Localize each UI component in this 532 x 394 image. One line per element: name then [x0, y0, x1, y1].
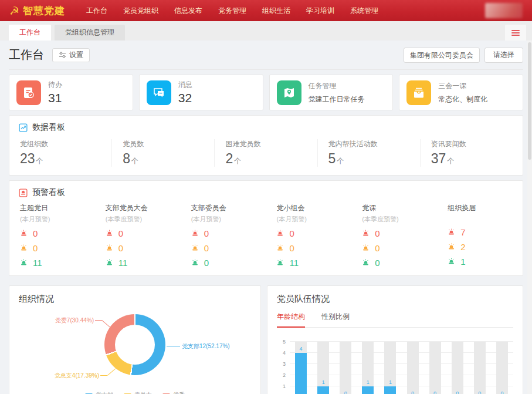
- warning-board-panel: 预警看板 主题党日(本月预警) 0 0 11支部党员大会(本季度预警) 0 0 …: [9, 180, 523, 276]
- stat-member-count: 党员数 8个: [111, 139, 214, 167]
- y-tick-label: 2: [283, 372, 286, 378]
- tab-age-structure[interactable]: 年龄结构: [277, 312, 305, 327]
- warning-row-green: 11: [20, 258, 95, 268]
- warning-board-title: 预警看板: [32, 187, 65, 198]
- warning-board-head: 预警看板: [9, 181, 523, 203]
- nav-item-party-affairs[interactable]: 党务管理: [218, 6, 246, 16]
- warning-row-orange: 0: [106, 243, 181, 253]
- alert-board-icon: [19, 188, 28, 197]
- alarm-icon: [448, 243, 455, 251]
- bar-background-band: [340, 342, 351, 394]
- tab-bar: 工作台 党组织信息管理: [0, 21, 532, 41]
- party-emblem-icon: ☭: [9, 5, 19, 16]
- warning-column-sublabel: (本季度预警): [362, 215, 437, 224]
- nav-item-org-life[interactable]: 组织生活: [262, 6, 290, 16]
- card-label: 待办: [48, 80, 62, 90]
- alarm-icon: [106, 244, 113, 252]
- org-panel-title: 组织情况: [19, 294, 251, 305]
- warning-column-sublabel: (本月预警): [191, 215, 266, 224]
- warning-row-green: 11: [106, 258, 181, 268]
- screen: ☭ 智慧党建 工作台 党员党组织 信息发布 党务管理 组织生活 学习培训 系统管…: [0, 0, 532, 394]
- todo-document-icon: [16, 80, 41, 105]
- nav-item-member-org[interactable]: 党员党组织: [123, 6, 158, 16]
- warning-column-label: 党小组会: [276, 203, 351, 213]
- member-panel-title: 党员队伍情况: [277, 294, 513, 305]
- shortcut-cards: 待办 31 消息 32: [9, 75, 523, 110]
- warning-row-red: 0: [276, 228, 351, 238]
- bar-column: 1: [357, 342, 379, 394]
- nav-item-info-publish[interactable]: 信息发布: [174, 6, 202, 16]
- warning-column: 组织换届 7 2 1: [437, 203, 523, 268]
- bar-background-band: [474, 342, 486, 394]
- tab-org-info-mgmt[interactable]: 党组织信息管理: [55, 25, 125, 41]
- bar-value-label: 0: [446, 390, 469, 394]
- bar: [384, 386, 396, 394]
- bar-value-label: 0: [424, 390, 446, 394]
- warning-column: 党小组会(本月预警) 0 0 11: [266, 203, 351, 268]
- sliders-icon: [59, 51, 66, 59]
- alarm-icon: [448, 258, 455, 265]
- alarm-icon: [191, 259, 199, 267]
- warning-row-green: 0: [191, 258, 266, 268]
- bar-value-label: 1: [357, 379, 379, 385]
- scrollbar[interactable]: [527, 41, 532, 394]
- warning-row-green: 0: [362, 258, 437, 268]
- alarm-icon: [20, 244, 28, 252]
- bar-column: 4: [290, 342, 312, 394]
- bar-value-label: 1: [379, 379, 401, 385]
- legend-item-general-branch[interactable]: 党总支: [124, 391, 152, 394]
- page-title: 工作台: [9, 47, 44, 63]
- slice-label-branch: 党支部12(52.17%): [182, 342, 230, 351]
- y-tick-label: 1: [283, 383, 286, 389]
- nav-item-workbench[interactable]: 工作台: [86, 6, 107, 16]
- stat-aid-activities: 党内帮扶活动数 5个: [317, 139, 420, 167]
- alarm-icon: [106, 230, 113, 237]
- member-team-panel: 党员队伍情况 年龄结构 性别比例 012345: [267, 285, 523, 394]
- map-marker-icon: [277, 80, 301, 105]
- alarm-icon: [362, 244, 370, 252]
- age-bar-chart: 012345 4101100000 30岁及以下31岁至35岁36岁至40岁41…: [277, 342, 513, 394]
- bar-column: 0: [334, 342, 357, 394]
- alarm-icon: [20, 259, 28, 267]
- user-info-redacted: [485, 3, 523, 18]
- settings-button[interactable]: 设置: [52, 48, 90, 62]
- tab-gender-ratio[interactable]: 性别比例: [321, 312, 350, 327]
- warning-column-label: 组织换届: [448, 203, 523, 213]
- warning-row-red: 0: [362, 228, 437, 238]
- scrollbar-thumb[interactable]: [528, 42, 531, 160]
- alarm-icon: [362, 230, 370, 237]
- settings-label: 设置: [69, 50, 83, 60]
- select-button[interactable]: 请选择: [484, 48, 523, 63]
- stat-org-count: 党组织数 23个: [9, 139, 111, 167]
- main-nav: 工作台 党员党组织 信息发布 党务管理 组织生活 学习培训 系统管理: [86, 6, 378, 16]
- bar-columns: 4101100000: [290, 342, 513, 394]
- legend-item-branch[interactable]: 党支部: [85, 391, 113, 394]
- card-three-meetings[interactable]: 三会一课 常态化、制度化: [399, 75, 523, 110]
- card-value: 32: [178, 90, 192, 105]
- bottom-row: 组织情况 党支部12(52.17%) 党总支4(17.39%) 党委7(30.4…: [9, 281, 523, 394]
- y-axis: 012345: [277, 342, 290, 394]
- nav-item-training[interactable]: 学习培训: [306, 6, 334, 16]
- alarm-icon: [191, 230, 199, 237]
- card-value: 31: [48, 90, 62, 105]
- org-selector[interactable]: 集团有限公司委员会: [404, 48, 480, 63]
- data-board-title: 数据看板: [32, 122, 65, 133]
- tab-menu-button[interactable]: [505, 25, 526, 41]
- legend-item-committee[interactable]: 党委: [162, 391, 185, 394]
- alarm-icon: [276, 259, 284, 267]
- tab-workbench[interactable]: 工作台: [9, 25, 51, 41]
- trend-chart-icon: [19, 123, 28, 132]
- card-messages[interactable]: 消息 32: [139, 75, 263, 110]
- warning-column: 党课(本季度预警) 0 0 0: [351, 203, 437, 268]
- card-task-mgmt[interactable]: 任务管理 党建工作日常任务: [269, 75, 394, 110]
- warning-column-sublabel: (本月预警): [20, 215, 95, 224]
- card-todo[interactable]: 待办 31: [9, 75, 133, 110]
- warning-row-orange: 2: [448, 242, 523, 252]
- warning-column-sublabel: (本季度预警): [106, 215, 181, 224]
- warning-column-label: 支部委员会: [191, 203, 266, 213]
- card-label: 消息: [178, 80, 192, 90]
- bar-value-label: 0: [334, 390, 357, 394]
- y-tick-label: 4: [283, 350, 286, 356]
- nav-item-system[interactable]: 系统管理: [350, 6, 378, 16]
- alarm-icon: [106, 259, 113, 267]
